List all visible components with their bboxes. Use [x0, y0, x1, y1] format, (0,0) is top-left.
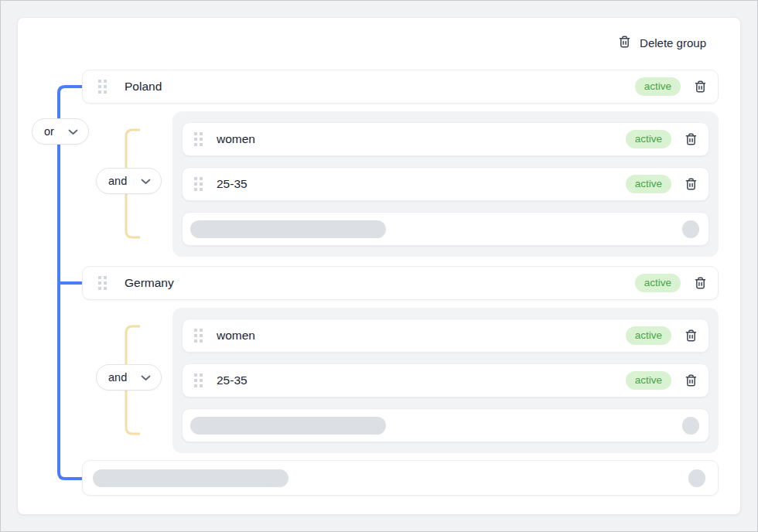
- delete-row-button[interactable]: [685, 329, 698, 343]
- rule-label: 25-35: [217, 177, 248, 191]
- loading-group-row: [82, 460, 719, 496]
- drag-handle-icon[interactable]: [194, 132, 203, 146]
- delete-group-label: Delete group: [640, 36, 706, 49]
- rule-label: women: [217, 132, 255, 146]
- rule-row-25-35: 25-35 active: [182, 363, 709, 397]
- status-badge[interactable]: active: [626, 130, 671, 148]
- skeleton-pill: [688, 469, 705, 487]
- delete-row-button[interactable]: [694, 276, 707, 290]
- rule-row-women: women active: [182, 122, 709, 156]
- chevron-down-icon: [141, 175, 151, 187]
- group-row-germany: Germany active: [82, 266, 719, 300]
- rule-label: 25-35: [217, 373, 248, 387]
- group-operator-select-poland[interactable]: and: [96, 168, 162, 194]
- skeleton-bar: [190, 220, 386, 238]
- skeleton-pill: [682, 417, 699, 435]
- loading-rule-row: [182, 408, 709, 442]
- skeleton-bar: [190, 417, 386, 435]
- group-operator-value: and: [108, 175, 127, 187]
- skeleton-bar: [93, 469, 289, 487]
- root-operator-value: or: [44, 125, 54, 138]
- rule-group-panel-germany: women active 25-35 active: [172, 308, 719, 453]
- status-badge[interactable]: active: [626, 371, 671, 390]
- query-builder-card: Delete group or Poland active: [17, 17, 741, 515]
- drag-handle-icon[interactable]: [98, 276, 107, 290]
- drag-handle-icon[interactable]: [194, 373, 203, 387]
- drag-handle-icon[interactable]: [194, 177, 203, 191]
- group-row-poland: Poland active: [82, 70, 719, 104]
- rule-row-women: women active: [182, 319, 709, 353]
- chevron-down-icon: [141, 371, 151, 384]
- group-name: Poland: [125, 80, 162, 94]
- delete-group-button[interactable]: Delete group: [618, 33, 706, 52]
- drag-handle-icon[interactable]: [98, 80, 107, 94]
- delete-row-button[interactable]: [685, 373, 698, 387]
- skeleton-pill: [682, 220, 699, 238]
- group-operator-select-germany[interactable]: and: [96, 364, 162, 390]
- status-badge[interactable]: active: [626, 175, 671, 193]
- drag-handle-icon[interactable]: [194, 329, 203, 343]
- rule-label: women: [217, 329, 255, 343]
- delete-row-button[interactable]: [685, 132, 698, 146]
- trash-icon: [618, 35, 631, 51]
- delete-row-button[interactable]: [685, 177, 698, 191]
- group-name: Germany: [125, 276, 174, 290]
- rule-group-panel-poland: women active 25-35 active: [172, 111, 719, 257]
- page: Delete group or Poland active: [0, 0, 758, 532]
- status-badge[interactable]: active: [635, 274, 681, 292]
- rule-row-25-35: 25-35 active: [182, 167, 709, 201]
- status-badge[interactable]: active: [626, 326, 671, 345]
- status-badge[interactable]: active: [635, 77, 681, 96]
- root-operator-select[interactable]: or: [32, 118, 89, 145]
- chevron-down-icon: [68, 125, 78, 138]
- loading-rule-row: [182, 212, 709, 246]
- group-operator-value: and: [108, 371, 127, 384]
- delete-row-button[interactable]: [694, 80, 707, 94]
